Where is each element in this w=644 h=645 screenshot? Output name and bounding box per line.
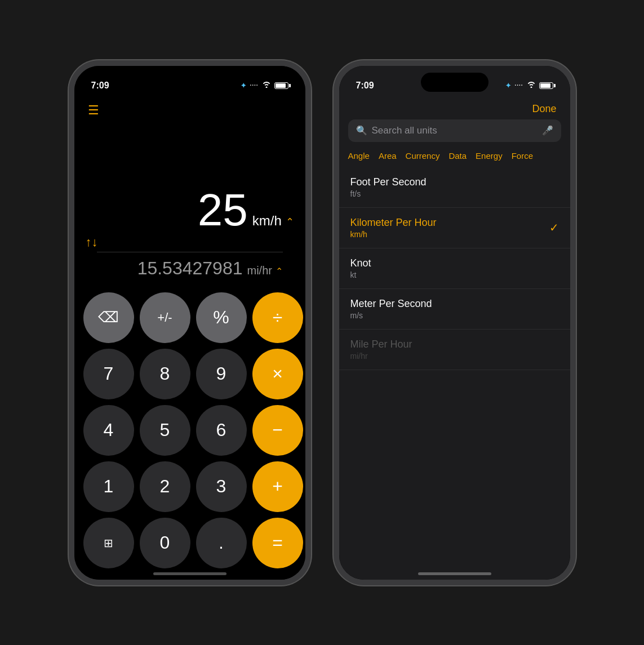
cat-energy[interactable]: Energy: [476, 151, 503, 161]
percent-key[interactable]: %: [196, 292, 247, 343]
search-placeholder: Search all units: [372, 125, 538, 136]
three-key[interactable]: 3: [196, 461, 247, 512]
unit-header: Done: [339, 96, 570, 119]
search-icon: 🔍: [356, 125, 367, 136]
calc-display: 25 km/h ⌃ ↑↓ 15.53427981 mi/hr ⌃: [74, 118, 305, 288]
one-key[interactable]: 1: [83, 461, 134, 512]
signal-icon-2: ····: [514, 82, 523, 88]
unit-chevron-1: ⌃: [286, 216, 294, 228]
calculator-phone: 7:09 ✦ ···· ☰ 25: [69, 60, 311, 585]
cat-force[interactable]: Force: [512, 151, 533, 161]
unit-abbr-knot: kt: [350, 270, 371, 279]
eight-key[interactable]: 8: [140, 349, 190, 399]
grid-key[interactable]: ⊞: [83, 518, 134, 568]
plus-key[interactable]: +: [252, 461, 303, 512]
unit-name-fps: Foot Per Second: [350, 176, 427, 188]
battery-icon: [274, 82, 288, 89]
cat-data[interactable]: Data: [448, 151, 467, 161]
primary-unit[interactable]: km/h ⌃: [252, 214, 294, 228]
menu-icon[interactable]: ☰: [88, 103, 292, 118]
unit-name-mps: Meter Per Second: [350, 298, 432, 310]
wifi-icon: [262, 81, 271, 90]
time-display-2: 7:09: [356, 81, 374, 91]
swap-icon[interactable]: ↑↓: [86, 233, 294, 252]
unit-abbr-fps: ft/s: [350, 189, 427, 198]
secondary-display: 15.53427981 mi/hr ⌃: [86, 252, 294, 282]
wifi-icon-2: [527, 81, 536, 90]
unit-foot-per-second[interactable]: Foot Per Second ft/s: [339, 167, 570, 208]
search-bar[interactable]: 🔍 Search all units 🎤: [348, 119, 561, 142]
unit-abbr-kph: km/h: [350, 230, 437, 239]
secondary-value: 15.53427981: [137, 258, 243, 279]
signal-icon: ····: [250, 82, 258, 88]
units-list: Foot Per Second ft/s Kilometer Per Hour …: [339, 167, 570, 580]
unit-meter-per-second[interactable]: Meter Per Second m/s: [339, 289, 570, 330]
primary-unit-label: km/h: [252, 213, 282, 228]
category-tabs: Angle Area Currency Data Energy Force: [339, 149, 570, 167]
minus-key[interactable]: −: [252, 405, 303, 456]
unit-picker-phone: 7:09 ✦ ···· Done 🔍 Search all units: [334, 60, 576, 585]
zero-key[interactable]: 0: [140, 518, 190, 568]
unit-name-mph: Mile Per Hour: [350, 339, 412, 350]
sign-key[interactable]: +/-: [140, 292, 190, 343]
unit-knot[interactable]: Knot kt: [339, 248, 570, 289]
unit-chevron-2: ⌃: [276, 266, 283, 276]
status-icons-1: ✦ ····: [241, 81, 288, 90]
calc-header: ☰: [74, 96, 305, 118]
keypad: ⌫ +/- % ÷ 7 8 9 × 4 5 6 − 1 2 3 + ⊞ 0 . …: [74, 288, 305, 580]
cat-currency[interactable]: Currency: [406, 151, 440, 161]
unit-name-kph: Kilometer Per Hour: [350, 217, 437, 229]
mic-icon[interactable]: 🎤: [542, 125, 553, 136]
dynamic-island: [156, 73, 224, 92]
unit-name-knot: Knot: [350, 257, 371, 269]
unit-kilometer-per-hour[interactable]: Kilometer Per Hour km/h ✓: [339, 208, 570, 248]
checkmark-icon: ✓: [549, 221, 559, 234]
decimal-key[interactable]: .: [196, 518, 247, 568]
home-indicator-2: [418, 572, 491, 575]
four-key[interactable]: 4: [83, 405, 134, 456]
unit-abbr-mph: mi/hr: [350, 352, 412, 361]
nine-key[interactable]: 9: [196, 349, 247, 399]
done-button[interactable]: Done: [532, 103, 556, 115]
unit-picker-screen: 7:09 ✦ ···· Done 🔍 Search all units: [339, 66, 570, 580]
cat-angle[interactable]: Angle: [348, 151, 370, 161]
home-indicator-1: [153, 572, 226, 575]
backspace-key[interactable]: ⌫: [83, 292, 134, 343]
divide-key[interactable]: ÷: [252, 292, 303, 343]
cat-area[interactable]: Area: [379, 151, 397, 161]
time-display-1: 7:09: [91, 81, 109, 91]
six-key[interactable]: 6: [196, 405, 247, 456]
unit-mile-per-hour[interactable]: Mile Per Hour mi/hr: [339, 330, 570, 370]
bluetooth-icon-2: ✦: [505, 82, 511, 90]
unit-abbr-mps: m/s: [350, 311, 432, 320]
multiply-key[interactable]: ×: [252, 349, 303, 399]
five-key[interactable]: 5: [140, 405, 190, 456]
calculator-screen: 7:09 ✦ ···· ☰ 25: [74, 66, 305, 580]
secondary-unit[interactable]: mi/hr ⌃: [247, 264, 282, 277]
equals-key[interactable]: =: [252, 518, 303, 568]
primary-value: 25: [198, 188, 248, 233]
battery-icon-2: [539, 82, 553, 89]
dynamic-island-2: [421, 73, 488, 92]
seven-key[interactable]: 7: [83, 349, 134, 399]
status-icons-2: ✦ ····: [505, 81, 553, 90]
two-key[interactable]: 2: [140, 461, 190, 512]
secondary-unit-label: mi/hr: [247, 264, 272, 277]
primary-display: 25 km/h ⌃: [86, 188, 294, 233]
bluetooth-icon: ✦: [241, 82, 246, 90]
